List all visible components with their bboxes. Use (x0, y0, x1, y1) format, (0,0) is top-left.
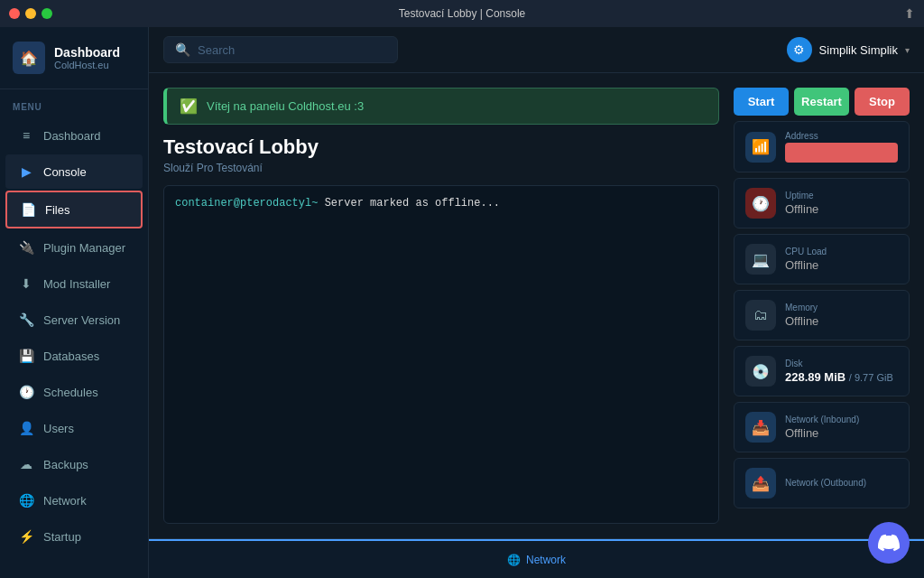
minimize-button[interactable] (25, 8, 36, 19)
search-input[interactable] (198, 43, 386, 57)
brand-text: Dashboard ColdHost.eu (54, 45, 120, 70)
left-panel: ✅ Vítej na panelu Coldhost.eu :3 Testova… (163, 88, 719, 524)
sidebar-item-backups[interactable]: ☁ Backups (5, 447, 143, 481)
files-icon: 📄 (20, 201, 36, 218)
sidebar-item-label: Users (43, 422, 74, 435)
uptime-label: Uptime (785, 191, 898, 200)
restart-button[interactable]: Restart (794, 88, 849, 116)
network-tab-icon: 🌐 (507, 554, 521, 566)
users-icon: 👤 (18, 420, 34, 436)
banner-text: Vítej na panelu Coldhost.eu :3 (207, 99, 364, 113)
stat-content-disk: Disk 228.89 MiB / 9.77 GiB (785, 359, 898, 384)
sidebar-item-users[interactable]: 👤 Users (5, 411, 143, 445)
network-in-icon: 📥 (745, 412, 776, 443)
action-buttons: Start Restart Stop (734, 88, 910, 116)
address-value (785, 143, 898, 163)
cpu-label: CPU Load (785, 247, 898, 256)
discord-button[interactable] (868, 522, 910, 564)
share-icon[interactable]: ⬆ (904, 6, 915, 21)
brand-title: Dashboard (54, 45, 120, 60)
console-line: container@pterodactyl~ Server marked as … (175, 197, 707, 210)
stat-content-memory: Memory Offline (785, 303, 898, 328)
welcome-banner: ✅ Vítej na panelu Coldhost.eu :3 (163, 88, 719, 125)
content-area: ✅ Vítej na panelu Coldhost.eu :3 Testova… (149, 73, 924, 538)
stat-card-network-out: 📤 Network (Outbound) (734, 458, 910, 508)
stat-card-memory: 🗂 Memory Offline (734, 290, 910, 340)
user-menu[interactable]: ⚙ Simplik Simplik ▾ (787, 37, 910, 62)
search-wrap[interactable]: 🔍 (163, 36, 398, 63)
disk-label: Disk (785, 359, 898, 368)
brand-avatar: 🏠 (13, 42, 45, 74)
sidebar-item-databases[interactable]: 💾 Databases (5, 339, 143, 373)
user-name: Simplik Simplik (819, 43, 898, 57)
stat-card-network-in: 📥 Network (Inbound) Offline (734, 402, 910, 452)
topbar: 🔍 ⚙ Simplik Simplik ▾ (149, 27, 924, 73)
stat-content-cpu: CPU Load Offline (785, 247, 898, 272)
app-container: 🏠 Dashboard ColdHost.eu MENU ≡ Dashboard… (0, 27, 924, 578)
uptime-value: Offline (785, 202, 898, 216)
server-name: Testovací Lobby (163, 135, 719, 159)
sidebar-item-console[interactable]: ▶ Console (5, 154, 143, 189)
sidebar-item-files[interactable]: 📄 Files (5, 191, 143, 228)
stat-content-address: Address (785, 131, 898, 163)
brand-subtitle: ColdHost.eu (54, 60, 120, 70)
start-button[interactable]: Start (734, 88, 789, 116)
window-controls[interactable] (9, 8, 52, 19)
disk-value: 228.89 MiB / 9.77 GiB (785, 370, 898, 384)
disk-icon: 💿 (745, 356, 776, 387)
address-label: Address (785, 131, 898, 141)
brand: 🏠 Dashboard ColdHost.eu (0, 27, 148, 89)
sidebar-item-label: Console (43, 165, 87, 179)
search-icon: 🔍 (175, 42, 190, 57)
disk-size: 228.89 MiB (785, 370, 845, 384)
stop-button[interactable]: Stop (855, 88, 910, 116)
sidebar-item-server-version[interactable]: 🔧 Server Version (5, 303, 143, 337)
cpu-value: Offline (785, 258, 898, 272)
sidebar-item-schedules[interactable]: 🕐 Schedules (5, 375, 143, 409)
sidebar-item-startup[interactable]: ⚡ Startup (5, 519, 143, 554)
dashboard-icon: ≡ (18, 127, 34, 144)
sidebar-item-label: Startup (43, 530, 81, 544)
bottom-tabs: 🌐 Network (149, 538, 924, 578)
network-in-label: Network (Inbound) (785, 415, 898, 424)
sidebar-item-network[interactable]: 🌐 Network (5, 483, 143, 517)
backups-icon: ☁ (18, 456, 34, 472)
sidebar-item-dashboard[interactable]: ≡ Dashboard (5, 118, 143, 153)
window-title: Testovací Lobby | Console (399, 7, 526, 20)
server-description: Slouží Pro Testování (163, 162, 719, 174)
stat-content-uptime: Uptime Offline (785, 191, 898, 216)
sidebar-item-mod-installer[interactable]: ⬇ Mod Installer (5, 266, 143, 301)
mod-icon: ⬇ (18, 275, 34, 292)
stat-content-network-in: Network (Inbound) Offline (785, 415, 898, 440)
console-text: Server marked as offline... (325, 197, 500, 210)
console-output[interactable]: container@pterodactyl~ Server marked as … (163, 185, 719, 524)
ram-icon: 🗂 (745, 300, 776, 331)
menu-label: MENU (0, 89, 148, 117)
main-content: 🔍 ⚙ Simplik Simplik ▾ ✅ Vítej na panelu … (149, 27, 924, 578)
tab-network[interactable]: 🌐 Network (149, 539, 924, 578)
sidebar: 🏠 Dashboard ColdHost.eu MENU ≡ Dashboard… (0, 27, 149, 578)
network-tab-label: Network (526, 554, 566, 566)
network-out-icon: 📤 (745, 468, 776, 499)
close-button[interactable] (9, 8, 20, 19)
network-icon: 🌐 (18, 492, 34, 508)
user-avatar: ⚙ (787, 37, 812, 62)
disk-total: / 9.77 GiB (849, 372, 893, 383)
sidebar-item-label: Dashboard (43, 129, 101, 143)
sidebar-item-label: Plugin Manager (43, 241, 125, 255)
sidebar-item-plugin-manager[interactable]: 🔌 Plugin Manager (5, 230, 143, 265)
network-in-value: Offline (785, 426, 898, 440)
discord-icon (878, 532, 900, 554)
memory-label: Memory (785, 303, 898, 312)
wifi-icon: 📶 (745, 132, 776, 163)
sidebar-item-label: Backups (43, 458, 88, 471)
right-panel: Start Restart Stop 📶 Address 🕐 U (734, 88, 910, 524)
server-version-icon: 🔧 (18, 312, 34, 328)
plugin-icon: 🔌 (18, 239, 34, 256)
memory-value: Offline (785, 314, 898, 328)
maximize-button[interactable] (42, 8, 52, 19)
network-out-label: Network (Outbound) (785, 478, 898, 488)
startup-icon: ⚡ (18, 528, 34, 545)
sidebar-item-label: Files (45, 203, 69, 217)
title-bar: Testovací Lobby | Console ⬆ (0, 0, 924, 27)
